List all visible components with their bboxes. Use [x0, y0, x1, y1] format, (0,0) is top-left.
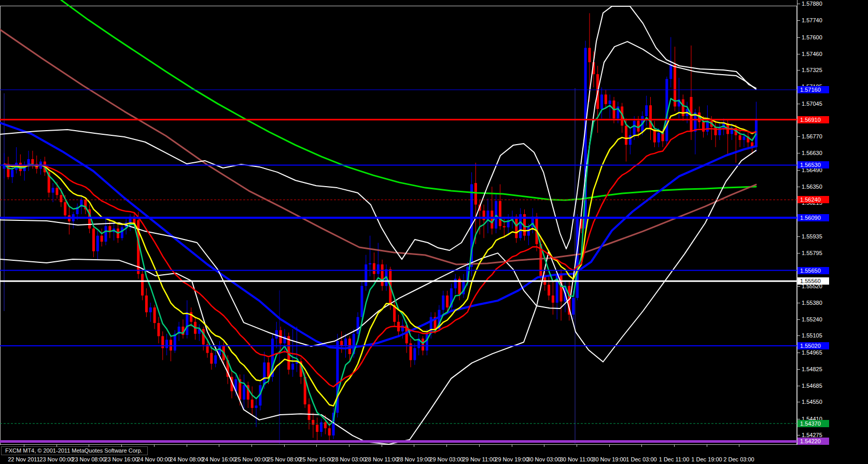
time-tick: [641, 445, 642, 447]
price-tick: [797, 335, 800, 336]
candle-bull: [609, 101, 611, 104]
time-tick-label: 28 Nov 11:00: [365, 456, 399, 462]
candle-bull: [255, 405, 258, 408]
candle-bear: [515, 217, 517, 238]
candle-bull: [633, 121, 636, 135]
candle-bull: [263, 362, 265, 385]
candle-bear: [153, 307, 156, 323]
time-axis[interactable]: FXCM MT4, © 2001-2011 MetaQuotes Softwar…: [0, 445, 868, 464]
mt4-chart-window: 1.578801.577401.576001.574601.573251.571…: [0, 0, 868, 464]
candle-bull: [629, 135, 632, 145]
price-tick: [797, 319, 800, 320]
time-tick: [24, 445, 24, 447]
price-tick: [797, 402, 800, 402]
candle-bear: [649, 105, 652, 129]
candle-bear: [381, 264, 384, 286]
candle-bull: [755, 120, 758, 147]
time-tick-label: 29 Nov 19:00: [495, 456, 528, 462]
candle-bull: [600, 94, 603, 109]
price-tick: [797, 236, 800, 237]
candle-bear: [60, 195, 62, 202]
price-marker-1.56240: 1.56240: [797, 196, 829, 203]
price-marker-1.54370: 1.54370: [797, 420, 829, 427]
time-tick-label: 25 Nov 08:00: [267, 456, 301, 462]
price-tick-label: 1.57880: [802, 1, 822, 7]
candle-bear: [170, 340, 172, 350]
price-marker-1.56090: 1.56090: [797, 214, 829, 221]
candle-bear: [715, 127, 717, 135]
time-tick: [512, 445, 512, 447]
candle-bull: [527, 227, 530, 235]
time-tick: [89, 445, 89, 447]
price-marker-1.55020: 1.55020: [797, 342, 829, 349]
candle-bull: [291, 363, 294, 370]
time-tick: [57, 445, 57, 447]
price-marker-1.55650: 1.55650: [797, 267, 829, 274]
candle-bull: [572, 298, 575, 315]
price-tick: [797, 70, 800, 71]
time-tick-label: 25 Nov 16:00: [299, 456, 333, 462]
candle-bull: [743, 136, 745, 140]
copyright-label: FXCM MT4, © 2001-2011 MetaQuotes Softwar…: [1, 446, 148, 455]
time-tick: [121, 445, 122, 447]
candle-bull: [369, 263, 371, 264]
price-tick-label: 1.54965: [802, 349, 822, 356]
candle-bear: [552, 296, 554, 303]
price-axis[interactable]: 1.578801.577401.576001.574601.573251.571…: [797, 0, 868, 445]
time-tick-label: 30 Nov 11:00: [560, 456, 594, 462]
candle-bear: [312, 420, 314, 425]
price-tick: [797, 419, 800, 419]
candle-bull: [243, 385, 245, 400]
price-tick: [797, 20, 800, 21]
candle-bear: [324, 423, 327, 429]
candle-bull: [669, 65, 672, 79]
time-tick: [609, 445, 610, 447]
time-tick: [544, 445, 544, 447]
candle-bull: [645, 105, 648, 116]
candle-bear: [64, 202, 66, 215]
price-marker-1.56910: 1.56910: [797, 116, 829, 123]
candle-bear: [202, 329, 205, 345]
time-tick: [284, 445, 285, 447]
candle-bull: [149, 307, 152, 312]
time-tick: [414, 445, 414, 447]
candle-bear: [308, 404, 311, 420]
time-tick-label: 1 Dec 19:00: [691, 456, 722, 462]
candlestick-chart[interactable]: [0, 0, 797, 445]
price-tick-label: 1.57325: [802, 67, 822, 73]
time-tick-label: 23 Nov 16:00: [104, 456, 138, 462]
candle-bear: [328, 428, 331, 435]
candle-bear: [251, 400, 254, 408]
candle-bull: [657, 133, 660, 142]
candle-bear: [210, 353, 213, 364]
time-tick-label: 24 Nov 08:00: [170, 456, 203, 462]
candle-bear: [625, 125, 627, 145]
price-tick: [797, 353, 800, 353]
candle-bear: [145, 296, 148, 312]
time-tick-label: 23 Nov 00:00: [39, 456, 73, 462]
chart-plot-area[interactable]: [0, 0, 797, 445]
time-tick: [382, 445, 382, 447]
price-tick: [797, 170, 800, 171]
time-tick-label: 22 Nov 2011: [8, 456, 40, 462]
candle-bull: [377, 264, 380, 274]
price-tick: [797, 286, 800, 287]
candle-bull: [214, 355, 217, 363]
candle-bear: [55, 188, 58, 195]
candle-bear: [92, 229, 95, 251]
time-tick-label: 24 Nov 16:00: [202, 456, 235, 462]
time-tick-label: 2 Dec 03:00: [723, 456, 754, 462]
price-tick: [797, 187, 800, 187]
time-tick: [187, 445, 187, 447]
candle-bull: [96, 236, 99, 251]
candle-bear: [316, 425, 318, 432]
candle-bear: [503, 226, 506, 227]
candle-bull: [186, 312, 188, 335]
time-tick-label: 29 Nov 11:00: [463, 456, 496, 462]
time-tick: [251, 445, 252, 447]
price-tick-label: 1.57740: [802, 17, 822, 23]
candle-bull: [174, 334, 176, 350]
candle-bear: [491, 210, 493, 229]
time-tick-label: 30 Nov 03:00: [527, 456, 561, 462]
candle-bear: [605, 94, 607, 104]
